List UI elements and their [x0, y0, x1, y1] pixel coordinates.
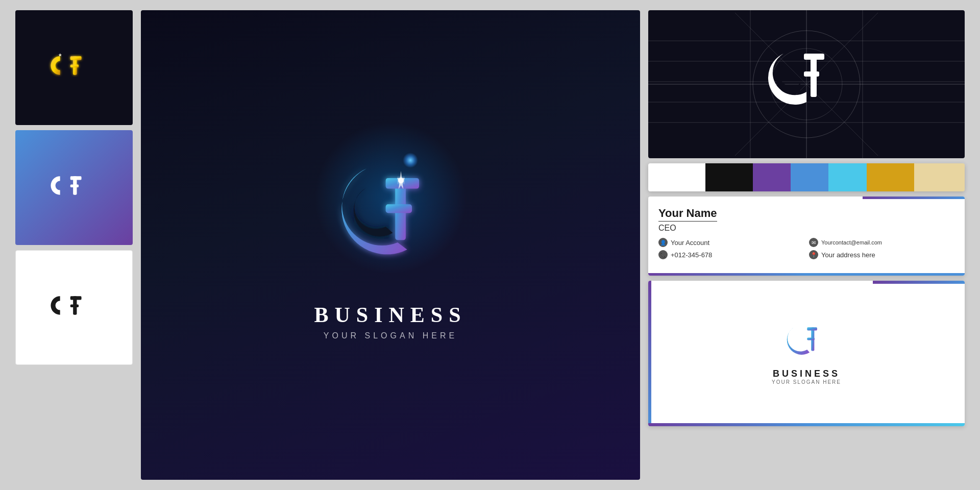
thumb-gold-dark[interactable] — [15, 10, 133, 125]
swatch-black — [705, 163, 753, 191]
svg-rect-30 — [804, 71, 819, 77]
center-main-display: BUSINESS YOUR SLOGAN HERE — [141, 10, 640, 480]
svg-rect-9 — [70, 304, 79, 307]
swatch-blue — [791, 163, 828, 191]
contact-phone: 📞 +012-345-678 — [658, 250, 804, 259]
svg-rect-12 — [386, 204, 412, 213]
card-back-left-accent — [648, 281, 651, 426]
swatch-cyan — [828, 163, 866, 191]
business-card-front: Your Name CEO 👤 Your Account ✉ Yourconta… — [648, 197, 965, 276]
thumb-blue-gradient[interactable] — [15, 130, 133, 245]
color-swatch-bar — [648, 163, 965, 191]
back-logo-area: BUSINESS YOUR SLOGAN HERE — [772, 323, 841, 385]
right-column: Your Name CEO 👤 Your Account ✉ Yourconta… — [648, 10, 965, 480]
email-icon: ✉ — [809, 238, 818, 247]
svg-rect-2 — [70, 64, 79, 67]
email-text: Yourcontact@email.com — [821, 239, 882, 246]
card-bottom-accent — [648, 273, 965, 276]
account-text: Your Account — [671, 239, 709, 247]
thumb-black-white[interactable] — [15, 250, 133, 365]
card-back-bottom-accent — [648, 423, 965, 426]
contact-address: 📍 Your address here — [809, 250, 954, 259]
card-name: Your Name — [658, 207, 717, 222]
back-slogan: YOUR SLOGAN HERE — [772, 379, 841, 385]
card-back-top-accent — [873, 281, 965, 284]
card-content: Your Name CEO 👤 Your Account ✉ Yourconta… — [648, 197, 965, 264]
svg-rect-29 — [804, 54, 824, 60]
contact-grid: 👤 Your Account ✉ Yourcontact@email.com 📞… — [658, 238, 954, 259]
address-text: Your address here — [821, 251, 875, 259]
grid-design-card — [648, 10, 965, 158]
card-top-accent — [863, 197, 965, 199]
swatch-cream — [914, 163, 965, 191]
svg-rect-32 — [807, 327, 817, 330]
slogan-main: YOUR SLOGAN HERE — [324, 331, 457, 340]
svg-rect-33 — [807, 337, 815, 340]
swatch-white — [648, 163, 705, 191]
left-thumbnails — [15, 10, 133, 480]
business-name-main: BUSINESS — [314, 303, 467, 327]
swatch-gold — [867, 163, 914, 191]
contact-account: 👤 Your Account — [658, 238, 804, 247]
contact-email: ✉ Yourcontact@email.com — [809, 238, 954, 247]
phone-text: +012-345-678 — [671, 251, 712, 259]
svg-marker-3 — [59, 53, 62, 56]
main-container: BUSINESS YOUR SLOGAN HERE — [15, 10, 965, 480]
card-info: Your Name CEO 👤 Your Account ✉ Yourconta… — [658, 207, 954, 259]
business-card-back: BUSINESS YOUR SLOGAN HERE — [648, 281, 965, 426]
back-logo-svg — [781, 323, 832, 363]
card-ceo: CEO — [658, 224, 954, 233]
location-icon: 📍 — [809, 250, 818, 259]
svg-rect-8 — [70, 296, 82, 300]
svg-rect-6 — [70, 184, 79, 187]
grid-logo-svg — [755, 43, 857, 125]
back-business-name: BUSINESS — [773, 369, 840, 379]
svg-rect-5 — [70, 176, 82, 180]
swatch-purple — [753, 163, 791, 191]
svg-rect-1 — [70, 56, 82, 60]
main-logo-svg — [319, 150, 462, 292]
person-icon: 👤 — [658, 238, 668, 247]
phone-icon: 📞 — [658, 250, 668, 259]
